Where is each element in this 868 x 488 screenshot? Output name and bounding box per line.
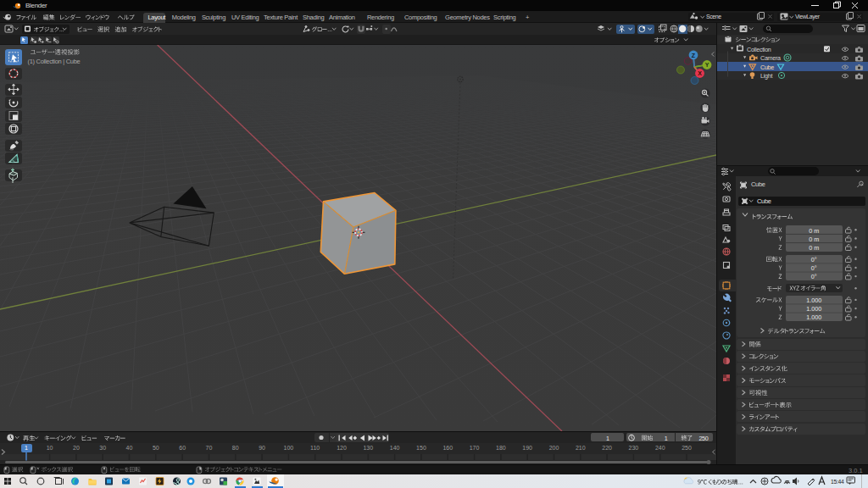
svg-text:Z: Z — [692, 53, 696, 58]
svg-text:X: X — [698, 70, 702, 76]
svg-text:Y: Y — [705, 62, 709, 68]
